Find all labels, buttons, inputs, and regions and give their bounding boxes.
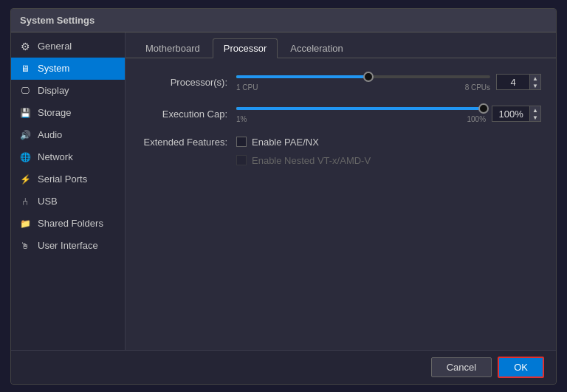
sidebar-item-network[interactable]: Network bbox=[11, 146, 125, 168]
extended-features-row: Extended Features: Enable PAE/NX Enable … bbox=[140, 137, 541, 166]
sidebar-item-serialports[interactable]: Serial Ports bbox=[11, 168, 125, 190]
tab-acceleration[interactable]: Acceleration bbox=[279, 38, 354, 58]
dialog-body: General System Display Storage Audio Net… bbox=[11, 32, 556, 350]
nested-vt-checkbox bbox=[236, 155, 247, 165]
processors-fill-blue bbox=[236, 75, 368, 78]
sidebar-item-display[interactable]: Display bbox=[11, 80, 125, 102]
sidebar-item-system[interactable]: System bbox=[11, 58, 125, 80]
sidebar-label-userinterface: User Interface bbox=[38, 240, 98, 251]
execution-cap-max-label: 100% bbox=[467, 115, 487, 123]
processors-thumb[interactable] bbox=[363, 72, 374, 82]
execution-cap-spin-buttons: ▲ ▼ bbox=[530, 106, 541, 122]
title-bar: System Settings bbox=[11, 9, 556, 32]
dialog-footer: Cancel OK bbox=[11, 350, 556, 384]
sidebar-label-usb: USB bbox=[38, 196, 58, 207]
sidebar-item-usb[interactable]: USB bbox=[11, 190, 125, 213]
processors-row: Processor(s): 1 CPU 8 CPUs bbox=[140, 73, 541, 92]
network-icon bbox=[18, 151, 32, 164]
sidebar-label-display: Display bbox=[38, 85, 69, 96]
execution-cap-slider-track bbox=[236, 107, 486, 110]
processors-slider-track-wrap[interactable] bbox=[236, 73, 490, 83]
processors-spin-buttons: ▲ ▼ bbox=[530, 74, 541, 90]
dialog-title: System Settings bbox=[20, 15, 94, 26]
execution-cap-row: Execution Cap: 1% 100% bbox=[140, 105, 541, 123]
sidebar-item-general[interactable]: General bbox=[11, 35, 125, 58]
execution-cap-labels: 1% 100% bbox=[236, 115, 486, 123]
execution-cap-spin-down[interactable]: ▼ bbox=[530, 114, 540, 121]
sidebar-label-network: Network bbox=[38, 151, 73, 162]
processors-spin-up[interactable]: ▲ bbox=[530, 75, 540, 82]
main-content: Motherboard Processor Acceleration Proce… bbox=[126, 32, 556, 350]
pae-checkbox[interactable] bbox=[236, 137, 247, 147]
pae-checkbox-row[interactable]: Enable PAE/NX bbox=[236, 137, 371, 148]
system-icon bbox=[18, 62, 32, 75]
sidebar: General System Display Storage Audio Net… bbox=[11, 32, 126, 350]
general-icon bbox=[18, 40, 32, 53]
processors-label: Processor(s): bbox=[140, 77, 236, 88]
nested-vt-checkbox-row: Enable Nested VT-x/AMD-V bbox=[236, 155, 371, 166]
processors-value[interactable]: 4 bbox=[496, 74, 530, 90]
processors-slider-track bbox=[236, 75, 490, 78]
processors-spinbox: 4 ▲ ▼ bbox=[496, 74, 541, 90]
execution-cap-spin-up[interactable]: ▲ bbox=[530, 106, 540, 114]
sidebar-item-userinterface[interactable]: User Interface bbox=[11, 235, 125, 257]
display-icon bbox=[18, 84, 32, 97]
execution-cap-fill-blue bbox=[236, 107, 486, 110]
sidebar-label-general: General bbox=[38, 41, 72, 52]
sidebar-item-sharedfolders[interactable]: Shared Folders bbox=[11, 213, 125, 235]
processors-labels: 1 CPU 8 CPUs bbox=[236, 83, 490, 92]
execution-cap-min-label: 1% bbox=[236, 115, 247, 123]
execution-cap-label: Execution Cap: bbox=[140, 109, 236, 120]
execution-cap-spinbox: 100% ▲ ▼ bbox=[492, 106, 541, 122]
sidebar-item-storage[interactable]: Storage bbox=[11, 102, 125, 124]
settings-dialog: System Settings General System Display S… bbox=[10, 8, 557, 385]
processors-max-label: 8 CPUs bbox=[465, 83, 490, 92]
extended-options: Enable PAE/NX Enable Nested VT-x/AMD-V bbox=[236, 137, 371, 166]
extended-features-label: Extended Features: bbox=[140, 137, 236, 148]
execution-cap-slider-container: 1% 100% bbox=[236, 105, 486, 123]
usb-icon bbox=[18, 195, 32, 208]
audio-icon bbox=[18, 128, 32, 142]
execution-cap-value[interactable]: 100% bbox=[492, 106, 530, 122]
sidebar-label-sharedfolders: Shared Folders bbox=[38, 218, 103, 229]
sidebar-label-serialports: Serial Ports bbox=[38, 173, 87, 185]
processors-slider-container: 1 CPU 8 CPUs bbox=[236, 73, 490, 92]
execution-cap-slider-wrap[interactable] bbox=[236, 105, 486, 115]
ok-button[interactable]: OK bbox=[498, 357, 544, 378]
sidebar-label-audio: Audio bbox=[38, 129, 62, 140]
tabs-bar: Motherboard Processor Acceleration bbox=[126, 32, 556, 58]
tab-content-processor: Processor(s): 1 CPU 8 CPUs bbox=[126, 58, 556, 350]
sidebar-item-audio[interactable]: Audio bbox=[11, 124, 125, 146]
nested-vt-label: Enable Nested VT-x/AMD-V bbox=[252, 155, 371, 166]
processors-spin-down[interactable]: ▼ bbox=[530, 82, 540, 89]
execution-cap-thumb[interactable] bbox=[478, 103, 489, 114]
serialports-icon bbox=[18, 173, 32, 186]
tab-motherboard[interactable]: Motherboard bbox=[134, 38, 211, 58]
pae-label: Enable PAE/NX bbox=[252, 137, 319, 148]
cancel-button[interactable]: Cancel bbox=[431, 357, 492, 377]
processors-min-label: 1 CPU bbox=[236, 83, 258, 92]
storage-icon bbox=[18, 106, 32, 120]
sidebar-label-system: System bbox=[38, 63, 69, 74]
sharedfolders-icon bbox=[18, 217, 32, 230]
userinterface-icon bbox=[18, 239, 32, 252]
sidebar-label-storage: Storage bbox=[38, 107, 72, 118]
tab-processor[interactable]: Processor bbox=[213, 38, 278, 58]
